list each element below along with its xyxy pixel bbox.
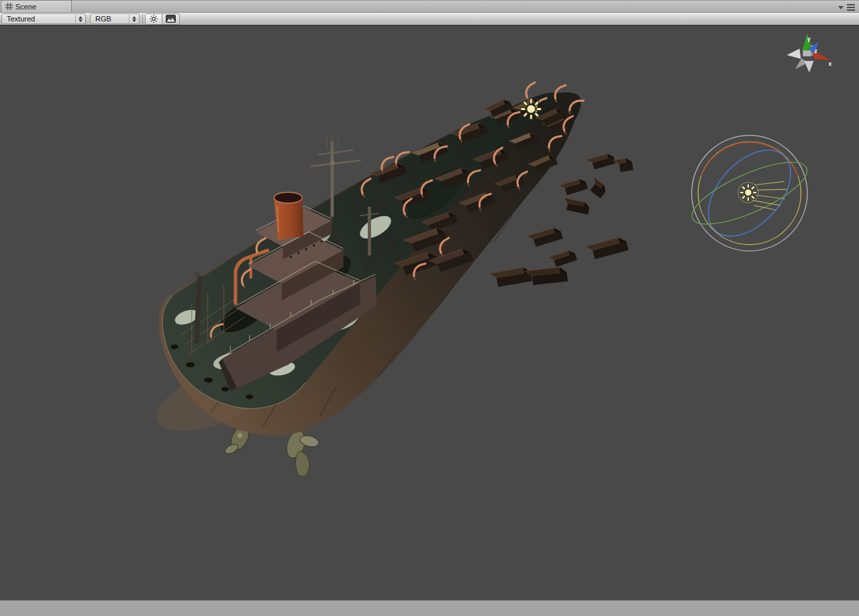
tab-menu-area [838,4,855,11]
scene-tab[interactable]: Scene [1,0,72,12]
axis-neg-cone[interactable] [804,61,813,72]
axis-label-z: z [815,48,817,54]
directional-light-sun-icon[interactable] [521,99,542,119]
toolbar-separator [142,14,143,24]
light-direction-rays [752,182,787,210]
scene-view-window: Scene Textured RGB [0,0,859,616]
grid-icon [5,3,13,10]
gizmo-x-ring[interactable] [701,142,798,176]
tab-menu-icon[interactable] [847,4,855,11]
effects-toggle-button[interactable] [162,13,180,25]
scene-toggles [145,13,180,25]
dropdown-arrows-icon [75,15,83,23]
sun-icon [149,14,158,23]
image-icon [166,15,176,23]
draw-mode-dropdown[interactable]: Textured [1,13,86,24]
tab-label: Scene [15,3,36,11]
scene-render: y z x [0,25,859,600]
axis-gizmo[interactable]: y z x [787,33,831,72]
axis-neg-cone[interactable] [787,48,801,58]
tab-bar: Scene [0,0,859,13]
scene-viewport[interactable]: y z x [0,25,859,600]
axis-label-x: x [829,60,832,67]
rotation-gizmo[interactable] [685,135,814,252]
scene-toolbar: Textured RGB [0,13,859,25]
gizmo-sun-icon [740,184,756,201]
color-mode-value: RGB [95,15,111,23]
dropdown-arrows-icon [129,15,136,23]
color-mode-dropdown[interactable]: RGB [90,13,140,24]
bottom-bar [0,600,859,616]
ship-funnel [274,192,303,240]
tab-dropdown-icon[interactable] [838,6,844,9]
axis-label-y: y [807,36,811,42]
lighting-toggle-button[interactable] [145,13,162,25]
draw-mode-value: Textured [7,15,35,23]
